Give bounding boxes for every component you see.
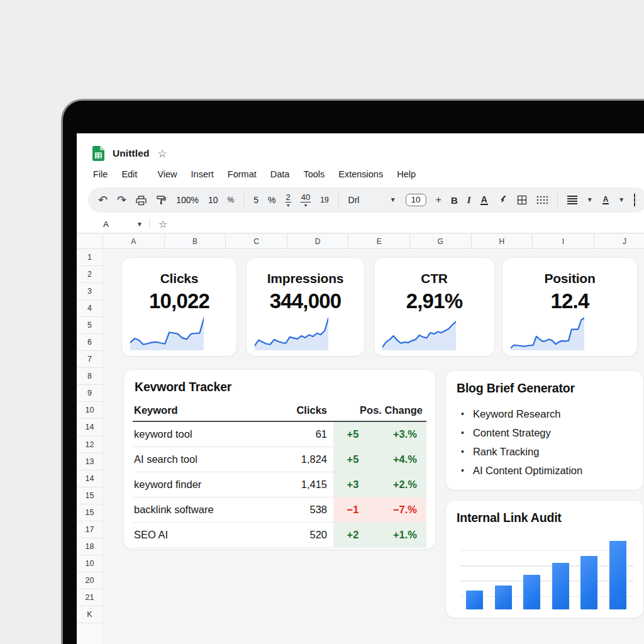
text-color-button[interactable]: A (480, 195, 488, 205)
table-row[interactable]: keyword finder 1,415 +3 +2.% (133, 472, 426, 497)
position-sparkline-chart (511, 316, 584, 350)
undo-icon[interactable]: ↶ (98, 194, 108, 206)
column-header[interactable]: I (533, 234, 594, 248)
row-header[interactable]: 14 (77, 470, 103, 487)
keyword-tracker-panel: Kevword Tracker Keyword Clicks Pos. Chan… (123, 369, 436, 550)
list-item: Content Strategy (461, 423, 643, 442)
row-header[interactable]: 15 (77, 504, 103, 521)
row-header[interactable]: K (77, 606, 103, 623)
menu-item[interactable]: Format (221, 169, 264, 179)
percent-small-icon[interactable]: % (228, 196, 235, 204)
menu-item[interactable]: Extensions (331, 169, 390, 179)
text-color-small-button[interactable]: A (602, 196, 609, 204)
blog-brief-list: Keyword ResearchContent StrategyRank Tra… (461, 404, 643, 480)
cell-pos: −1 (333, 504, 372, 516)
row-header[interactable]: 13 (77, 453, 103, 470)
italic-button[interactable]: I (467, 196, 471, 205)
row-header[interactable]: 17 (77, 521, 103, 538)
horizontal-align-icon[interactable] (567, 196, 577, 204)
row-header[interactable]: 21 (77, 589, 103, 606)
number-format-button[interactable]: 19 (320, 196, 328, 204)
table-row[interactable]: AI search tool 1,824 +5 +4.% (133, 447, 426, 472)
cell-pos: +2 (333, 529, 372, 541)
color-dropdown-caret-icon[interactable]: ▼ (618, 197, 625, 203)
document-title[interactable]: Unittled (113, 148, 150, 159)
bold-button[interactable]: B (451, 196, 458, 205)
print-icon[interactable] (136, 195, 147, 206)
row-header[interactable]: 15 (77, 487, 103, 504)
table-row[interactable]: SEO AI 520 +2 +1.% (133, 523, 426, 548)
more-toolbar-icon[interactable] (634, 194, 635, 206)
audit-bar-chart (460, 540, 633, 609)
toolbar-separator (243, 193, 244, 207)
row-header[interactable]: 18 (77, 538, 103, 555)
menu-item[interactable]: Help (390, 169, 423, 179)
decrease-decimal-button[interactable]: 2▼ (286, 193, 291, 208)
row-header[interactable]: 10 (77, 555, 103, 572)
column-header[interactable]: C (226, 234, 287, 248)
cell-change: +3.% (372, 428, 426, 440)
sheet-canvas[interactable]: Clicks 10,022 Impressions 344,000 CTR 2,… (104, 250, 644, 644)
audit-bar (552, 563, 569, 609)
increase-decimal-button[interactable]: 40▼ (301, 193, 311, 208)
menu-item[interactable]: View (150, 169, 184, 179)
row-header[interactable]: 2 (77, 266, 103, 283)
currency-format-button[interactable]: 5 (253, 196, 258, 204)
row-header[interactable]: 10 (77, 402, 103, 419)
menu-item[interactable]: Insert (184, 169, 221, 179)
cell-keyword: keyword tool (133, 428, 274, 440)
name-box[interactable]: A ▼ (77, 215, 149, 233)
row-header[interactable]: 7 (77, 351, 103, 368)
cell-change: −7.% (372, 504, 426, 516)
font-family-dropdown[interactable]: Drl▼ (348, 196, 396, 204)
table-row[interactable]: keyword tool 61 +5 +3.% (133, 422, 426, 447)
redo-icon[interactable]: ↷ (117, 194, 126, 206)
kpi-value: 10,022 (122, 289, 236, 313)
menu-item[interactable]: Tools (296, 169, 331, 179)
pos-change-chip: +5 +3.% (333, 422, 426, 447)
row-header[interactable]: 4 (77, 300, 103, 317)
select-all-corner[interactable] (77, 234, 103, 248)
column-header[interactable]: G (410, 234, 472, 248)
row-headers: 123456789101412131415151718102021K (77, 249, 103, 644)
percent-format-button[interactable]: % (268, 196, 275, 204)
menu-bar: FileEditViewInsertFormatDataToolsExtensi… (86, 166, 423, 182)
audit-bar (609, 541, 626, 609)
row-header[interactable]: 1 (77, 249, 103, 266)
star-favorite-icon[interactable]: ☆ (158, 148, 167, 159)
row-header[interactable]: 8 (77, 368, 103, 385)
menu-item[interactable]: File (86, 169, 114, 179)
borders-icon[interactable] (517, 195, 527, 205)
font-size-input[interactable]: 10 (406, 194, 426, 206)
column-header[interactable]: J (594, 234, 644, 248)
panel-title: Internal Link Audit (457, 511, 643, 525)
paint-format-icon[interactable] (156, 195, 167, 206)
column-header[interactable]: H (472, 234, 533, 248)
row-header[interactable]: 20 (77, 572, 103, 589)
kpi-card-ctr: CTR 2,91% (374, 257, 495, 357)
merge-cells-icon[interactable] (536, 196, 548, 204)
column-header[interactable]: B (165, 234, 226, 248)
increase-font-size-button[interactable]: + (436, 195, 441, 205)
kpi-value: 12.4 (502, 289, 637, 313)
row-header[interactable]: 9 (77, 385, 103, 402)
blog-brief-panel: Blog Brief Generator Keyword ResearchCon… (445, 370, 644, 491)
row-header[interactable]: 3 (77, 283, 103, 300)
fx-star-icon[interactable]: ☆ (158, 218, 167, 230)
row-header[interactable]: 14 (77, 419, 103, 436)
row-header[interactable]: 6 (77, 334, 103, 351)
name-box-caret-icon[interactable]: ▼ (136, 221, 143, 228)
row-header[interactable]: 12 (77, 436, 103, 453)
row-header[interactable]: 5 (77, 317, 103, 334)
align-dropdown-caret-icon[interactable]: ▼ (587, 197, 593, 203)
table-row[interactable]: backlink software 538 −1 −7.% (133, 497, 426, 523)
menu-item[interactable]: Data (264, 169, 297, 179)
fill-color-icon[interactable] (497, 195, 508, 205)
column-header[interactable]: D (287, 234, 349, 248)
column-header[interactable]: E (348, 234, 410, 248)
toolbar-number[interactable]: 10 (208, 196, 218, 204)
column-header[interactable]: A (103, 234, 165, 248)
zoom-level[interactable]: 100% (176, 196, 199, 204)
menu-item[interactable]: Edit (114, 169, 144, 179)
toolbar-separator (557, 193, 558, 207)
